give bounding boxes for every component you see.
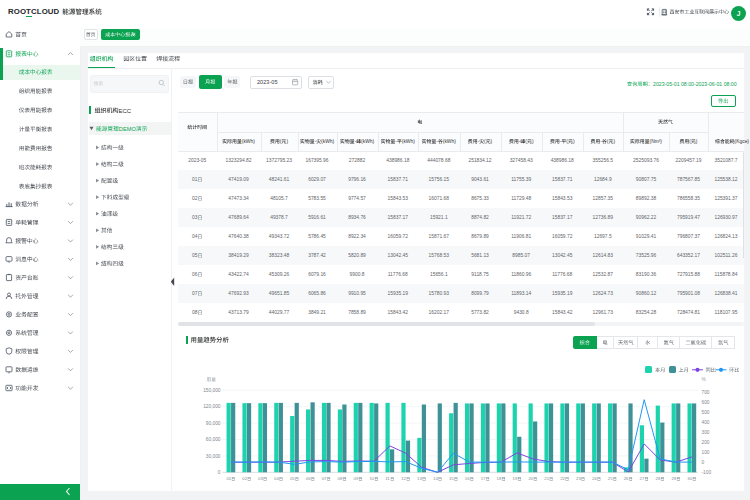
svg-text:6029.07: 6029.07 — [308, 177, 326, 182]
svg-text:(: ( — [566, 139, 568, 144]
svg-text:795919.47: 795919.47 — [677, 215, 700, 220]
svg-text:-: - — [560, 139, 562, 144]
svg-text:24: 24 — [592, 476, 597, 481]
svg-text:727915.88: 727915.88 — [677, 272, 700, 277]
svg-text:12: 12 — [401, 476, 406, 481]
svg-text:07: 07 — [322, 476, 327, 481]
svg-text:ECC: ECC — [119, 108, 132, 114]
svg-text:11755.39: 11755.39 — [511, 177, 531, 182]
svg-text:125538.12: 125538.12 — [714, 177, 737, 182]
svg-text:11906.81: 11906.81 — [511, 234, 531, 239]
svg-text:89892.38: 89892.38 — [636, 196, 657, 201]
svg-text:15935.19: 15935.19 — [552, 291, 573, 296]
svg-text:): ) — [573, 139, 575, 144]
svg-text:04: 04 — [192, 234, 198, 239]
svg-text:643352.17: 643352.17 — [677, 253, 700, 258]
svg-text:7858.89: 7858.89 — [348, 310, 366, 315]
svg-text:16059.72: 16059.72 — [552, 234, 573, 239]
svg-text:400: 400 — [702, 420, 710, 425]
svg-text:3521087.7: 3521087.7 — [714, 158, 737, 163]
svg-text:15756.15: 15756.15 — [429, 177, 450, 182]
svg-text:11921.72: 11921.72 — [511, 215, 531, 220]
svg-text:47419.09: 47419.09 — [228, 177, 249, 182]
svg-text:795901.08: 795901.08 — [677, 291, 700, 296]
svg-text:251834.12: 251834.12 — [468, 158, 491, 163]
svg-text:DEMO: DEMO — [119, 126, 137, 132]
svg-text:15843.42: 15843.42 — [388, 310, 409, 315]
svg-text:12684.9: 12684.9 — [594, 177, 612, 182]
svg-text:1372795.23: 1372795.23 — [266, 158, 292, 163]
svg-text:2023-05: 2023-05 — [188, 158, 206, 163]
svg-text:17: 17 — [481, 476, 486, 481]
svg-text:18: 18 — [497, 476, 502, 481]
svg-text:-: - — [519, 139, 521, 144]
svg-text:3849.21: 3849.21 — [308, 310, 326, 315]
svg-text:-: - — [315, 139, 317, 144]
svg-text:12961.73: 12961.73 — [593, 310, 614, 315]
svg-text:5681.13: 5681.13 — [471, 253, 489, 258]
svg-text:16: 16 — [465, 476, 470, 481]
svg-text:125391.37: 125391.37 — [714, 196, 737, 201]
svg-text:45309.26: 45309.26 — [269, 272, 290, 277]
svg-text:272882: 272882 — [349, 158, 366, 163]
svg-text:22: 22 — [560, 476, 565, 481]
svg-text:25: 25 — [608, 476, 613, 481]
svg-text:01: 01 — [192, 177, 198, 182]
svg-text:438986.18: 438986.18 — [551, 158, 574, 163]
svg-text:15837.71: 15837.71 — [388, 177, 409, 182]
svg-text:8934.76: 8934.76 — [348, 215, 366, 220]
svg-text:9900.8: 9900.8 — [350, 272, 365, 277]
svg-text:8099.79: 8099.79 — [471, 291, 489, 296]
svg-text:10: 10 — [369, 476, 374, 481]
svg-text:786558.35: 786558.35 — [677, 196, 700, 201]
svg-text:90962.22: 90962.22 — [636, 215, 657, 220]
svg-text:8675.33: 8675.33 — [471, 196, 489, 201]
svg-text:): ) — [696, 139, 698, 144]
svg-text:-100: -100 — [702, 470, 712, 475]
svg-text:200: 200 — [702, 440, 710, 445]
svg-text:15921.1: 15921.1 — [430, 215, 448, 220]
svg-text:60,000: 60,000 — [206, 437, 221, 442]
svg-text:5786.45: 5786.45 — [308, 234, 326, 239]
svg-text:8679.89: 8679.89 — [471, 234, 489, 239]
svg-text:(: ( — [525, 139, 527, 144]
svg-text:9910.95: 9910.95 — [348, 291, 366, 296]
svg-text:47473.34: 47473.34 — [228, 196, 249, 201]
svg-text:43713.79: 43713.79 — [228, 310, 249, 315]
svg-text:600: 600 — [702, 400, 710, 405]
svg-text:12532.87: 12532.87 — [593, 272, 614, 277]
svg-text:12857.35: 12857.35 — [593, 196, 614, 201]
svg-text:(kWh): (kWh) — [402, 139, 415, 144]
svg-text:12736.89: 12736.89 — [593, 215, 614, 220]
svg-text:2525093.76: 2525093.76 — [633, 158, 659, 163]
svg-text:9774.57: 9774.57 — [348, 196, 366, 201]
svg-text:15780.93: 15780.93 — [429, 291, 450, 296]
svg-text:126824.13: 126824.13 — [714, 234, 737, 239]
svg-text:08: 08 — [192, 310, 198, 315]
svg-text:115878.84: 115878.84 — [715, 272, 738, 277]
svg-text:11776.68: 11776.68 — [552, 272, 572, 277]
svg-text:5773.82: 5773.82 — [471, 310, 489, 315]
svg-text:05: 05 — [290, 476, 295, 481]
svg-text:500: 500 — [702, 410, 710, 415]
svg-text:327458.43: 327458.43 — [510, 158, 533, 163]
svg-text:150,000: 150,000 — [203, 388, 221, 393]
svg-text:05: 05 — [192, 253, 198, 258]
svg-text:11729.48: 11729.48 — [511, 196, 531, 201]
svg-text:8874.82: 8874.82 — [471, 215, 489, 220]
svg-text:6079.16: 6079.16 — [308, 272, 326, 277]
svg-text:728474.81: 728474.81 — [677, 310, 700, 315]
svg-text:06: 06 — [192, 272, 198, 277]
svg-text:): ) — [491, 139, 493, 144]
svg-text:11860.96: 11860.96 — [511, 272, 531, 277]
svg-text:15768.53: 15768.53 — [429, 253, 450, 258]
svg-text:15843.53: 15843.53 — [552, 196, 573, 201]
svg-text:(: ( — [484, 139, 486, 144]
svg-text:-: - — [600, 139, 602, 144]
svg-text:8985.07: 8985.07 — [512, 253, 530, 258]
svg-text:ROOTCLOUD: ROOTCLOUD — [8, 7, 60, 16]
svg-text:8922.34: 8922.34 — [348, 234, 366, 239]
svg-text:47692.93: 47692.93 — [228, 291, 249, 296]
svg-text:11: 11 — [385, 476, 390, 481]
svg-text:27: 27 — [640, 476, 645, 481]
